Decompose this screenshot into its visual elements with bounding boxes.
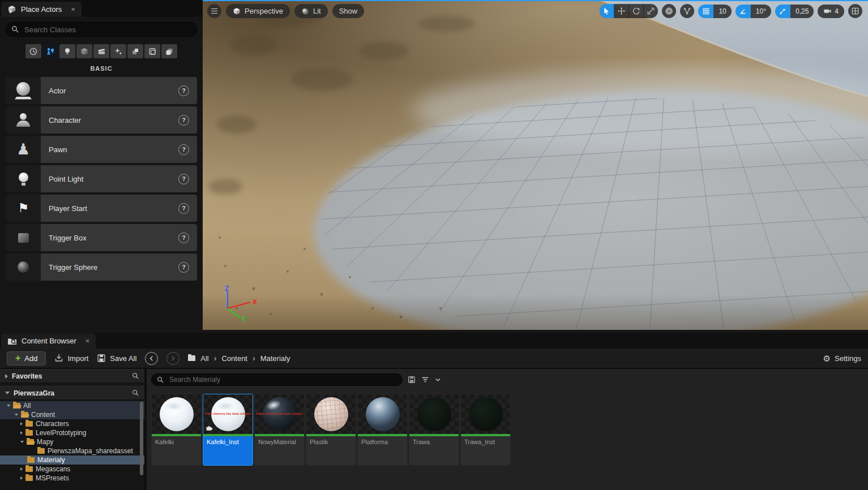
item-label: Pawn — [49, 145, 67, 154]
tree-item-characters[interactable]: Characters — [0, 419, 144, 428]
breadcrumb-materialy[interactable]: Materialy — [260, 354, 290, 363]
surface-snapping-button[interactable] — [680, 4, 694, 18]
asset-tile-kafelki[interactable]: Kafelki — [151, 394, 202, 466]
close-icon[interactable]: × — [71, 6, 75, 13]
content-browser-tabstrip: Content Browser × — [0, 333, 868, 349]
project-header[interactable]: PierwszaGra — [0, 386, 144, 400]
asset-tile-kafelki-inst[interactable]: Video memory has been exhausted Kafelki_… — [203, 394, 253, 466]
place-actors-search[interactable] — [6, 22, 197, 37]
rotation-snap-control[interactable]: 10° — [736, 5, 771, 18]
help-icon[interactable]: ? — [178, 144, 189, 155]
view-mode-dropdown[interactable]: Lit — [294, 4, 328, 18]
category-recently-placed[interactable] — [25, 44, 41, 58]
list-item-character[interactable]: Character ? — [6, 106, 197, 134]
category-basic[interactable] — [42, 44, 58, 58]
list-item-pawn[interactable]: ♟ Pawn ? — [6, 136, 197, 163]
save-all-button[interactable]: Save All — [97, 354, 136, 363]
tree-item-label: All — [23, 402, 31, 410]
chevron-down-icon[interactable] — [15, 414, 18, 416]
content-browser-tab[interactable]: Content Browser × — [1, 333, 96, 349]
category-geometry[interactable] — [127, 44, 143, 58]
tree-item-pierwszamapa-sharedasset[interactable]: PierwszaMapa_sharedasset — [0, 446, 144, 455]
asset-tile-trawa-inst[interactable]: Trawa_Inst — [460, 394, 511, 466]
help-icon[interactable]: ? — [178, 115, 189, 126]
viewport[interactable]: Perspective Lit Show — [203, 0, 868, 330]
search-icon[interactable] — [132, 389, 139, 397]
search-icon[interactable] — [132, 372, 139, 380]
filter-icon[interactable] — [421, 376, 430, 384]
content-browser-icon — [7, 337, 17, 345]
show-dropdown[interactable]: Show — [332, 4, 365, 18]
asset-tile-nowymaterial[interactable]: Video memory has been exhausted NowyMate… — [254, 394, 305, 466]
scale-snap-control[interactable]: 0,25 — [775, 5, 814, 18]
point-light-icon — [6, 165, 41, 192]
category-shapes[interactable] — [76, 44, 92, 58]
tree-item-all[interactable]: All — [0, 401, 144, 410]
category-lights[interactable] — [59, 44, 75, 58]
settings-button[interactable]: ⚙ Settings — [823, 354, 861, 363]
add-button[interactable]: + Add — [7, 351, 46, 366]
forward-button[interactable] — [166, 352, 179, 365]
chevron-right-icon[interactable] — [20, 431, 23, 435]
tree-item-mapy[interactable]: Mapy — [0, 437, 144, 446]
tree-item-levelprototyping[interactable]: LevelPrototyping — [0, 428, 144, 437]
list-item-trigger-box[interactable]: Trigger Box ? — [6, 224, 197, 251]
help-icon[interactable]: ? — [178, 233, 189, 243]
tree-item-materialy[interactable]: Materialy — [0, 455, 144, 465]
help-icon[interactable]: ? — [178, 262, 189, 273]
maximize-viewport-button[interactable] — [848, 4, 862, 18]
place-actors-title: Place Actors — [21, 5, 62, 14]
search-assets-input[interactable] — [168, 375, 397, 384]
close-icon[interactable]: × — [85, 337, 90, 345]
category-all-classes[interactable] — [161, 44, 177, 58]
breadcrumb-root[interactable]: All — [200, 354, 208, 363]
tree-item-megascans[interactable]: Megascans — [0, 465, 144, 474]
move-tool-button[interactable] — [614, 4, 629, 18]
asset-search[interactable] — [151, 373, 403, 386]
help-icon[interactable]: ? — [178, 174, 189, 184]
grid-snap-control[interactable]: 10 — [698, 5, 731, 18]
viewport-options-menu-button[interactable] — [207, 4, 221, 18]
back-button[interactable] — [145, 352, 158, 365]
rotate-tool-button[interactable] — [629, 4, 644, 18]
help-icon[interactable]: ? — [178, 203, 189, 214]
category-volumes[interactable] — [144, 44, 160, 58]
place-actors-tab[interactable]: Place Actors × — [1, 2, 82, 17]
search-classes-input[interactable] — [23, 25, 191, 35]
asset-tile-platforma[interactable]: Platforma — [357, 394, 408, 466]
scale-tool-button[interactable] — [644, 4, 658, 18]
list-item-actor[interactable]: Actor ? — [6, 77, 197, 104]
chevron-down-icon[interactable] — [7, 405, 10, 407]
tree-item-mspresets[interactable]: MSPresets — [0, 474, 144, 483]
actor-icon — [6, 77, 41, 104]
chevron-right-icon[interactable] — [20, 476, 23, 480]
breadcrumb-content[interactable]: Content — [221, 354, 247, 363]
camera-speed-control[interactable]: 4 — [818, 5, 844, 18]
category-cinematic[interactable] — [93, 44, 109, 58]
list-item-player-start[interactable]: ⚑ Player Start ? — [6, 195, 197, 222]
category-visual-effects[interactable] — [110, 44, 126, 58]
unreal-editor-window: Place Actors × — [0, 0, 868, 490]
select-tool-button[interactable] — [600, 4, 614, 18]
favorites-label: Favorites — [12, 372, 42, 380]
asset-tile-plastik[interactable]: Plastik — [306, 394, 356, 466]
asset-tile-trawa[interactable]: Trawa — [409, 394, 459, 466]
asset-name: Platforma — [358, 436, 407, 465]
chevron-right-icon[interactable] — [20, 422, 23, 425]
place-actors-tabstrip: Place Actors × — [0, 0, 203, 17]
item-label: Player Start — [49, 204, 87, 213]
help-icon[interactable]: ? — [178, 85, 189, 96]
list-item-point-light[interactable]: Point Light ? — [6, 165, 197, 192]
chevron-down-icon[interactable] — [20, 441, 24, 443]
import-button[interactable]: Import — [54, 354, 88, 363]
chevron-right-icon[interactable] — [20, 467, 23, 471]
favorites-header[interactable]: Favorites — [0, 369, 144, 383]
section-label-basic: BASIC — [0, 65, 203, 72]
save-search-icon[interactable] — [408, 376, 416, 384]
tree-scrollbar[interactable] — [140, 402, 143, 475]
list-item-trigger-sphere[interactable]: Trigger Sphere ? — [6, 253, 197, 281]
tree-item-content[interactable]: Content — [0, 410, 144, 419]
perspective-dropdown[interactable]: Perspective — [226, 4, 290, 18]
chevron-down-icon[interactable] — [435, 377, 441, 383]
world-local-toggle-button[interactable] — [662, 4, 676, 18]
